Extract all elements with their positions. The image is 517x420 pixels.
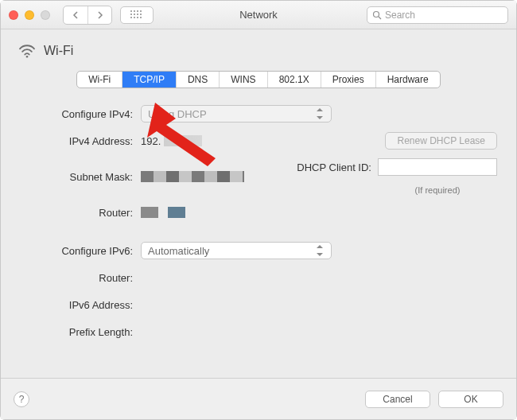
network-preferences-window: Network Wi-Fi Wi-Fi TCP/IP DNS WINS 802.… (0, 0, 517, 420)
router6-label: Router: (20, 272, 141, 284)
configure-ipv4-label: Configure IPv4: (20, 108, 141, 120)
content-area: Wi-Fi Wi-Fi TCP/IP DNS WINS 802.1X Proxi… (1, 29, 516, 378)
grid-icon (130, 10, 143, 20)
ipv6-address-label: IPv6 Address: (20, 299, 141, 311)
chevron-left-icon (72, 11, 79, 19)
window-controls (9, 10, 50, 20)
redacted-value (168, 207, 185, 218)
updown-arrows-icon (317, 108, 325, 119)
configure-ipv6-value: Automatically (148, 245, 209, 257)
search-input[interactable] (385, 10, 504, 21)
chevron-right-icon (97, 11, 103, 19)
configure-ipv4-select[interactable]: Using DHCP (141, 105, 332, 122)
search-icon (372, 10, 382, 20)
dhcp-client-id-label: DHCP Client ID: (297, 161, 371, 173)
close-window-button[interactable] (9, 10, 18, 20)
titlebar: Network (1, 1, 516, 29)
tab-8021x[interactable]: 802.1X (267, 72, 321, 88)
ipv4-address-label: IPv4 Address: (20, 135, 141, 147)
redacted-value (141, 207, 158, 218)
configure-ipv6-label: Configure IPv6: (20, 245, 141, 257)
tcpip-form: Configure IPv4: Using DHCP IPv4 Address:… (1, 104, 516, 341)
dhcp-client-id-input[interactable] (378, 158, 497, 176)
tab-proxies[interactable]: Proxies (321, 72, 375, 88)
redacted-value (164, 135, 202, 146)
subnet-mask-label: Subnet Mask: (20, 171, 141, 183)
show-all-button[interactable] (120, 6, 154, 24)
renew-dhcp-lease-button[interactable]: Renew DHCP Lease (385, 132, 497, 150)
tab-wins[interactable]: WINS (219, 72, 266, 88)
svg-line-1 (379, 17, 381, 19)
tab-tcpip[interactable]: TCP/IP (122, 72, 176, 88)
tab-dns[interactable]: DNS (176, 72, 219, 88)
ok-button[interactable]: OK (438, 391, 503, 408)
updown-arrows-icon (317, 245, 325, 256)
configure-ipv6-select[interactable]: Automatically (141, 242, 332, 259)
svg-point-0 (374, 11, 379, 17)
ipv4-address-prefix: 192. (141, 135, 161, 147)
router-value (141, 207, 185, 219)
subnet-mask-value (141, 171, 244, 183)
search-field-wrapper[interactable] (367, 6, 508, 24)
back-button[interactable] (64, 6, 87, 24)
tab-bar: Wi-Fi TCP/IP DNS WINS 802.1X Proxies Har… (76, 71, 440, 88)
cancel-button[interactable]: Cancel (365, 391, 430, 408)
ipv4-address-value: 192. (141, 135, 202, 147)
svg-point-2 (26, 56, 29, 58)
prefix-length-label: Prefix Length: (20, 326, 141, 338)
redacted-value (141, 171, 244, 182)
configure-ipv4-value: Using DHCP (148, 108, 207, 120)
zoom-window-button[interactable] (41, 10, 50, 20)
nav-history (63, 6, 112, 25)
forward-button[interactable] (87, 6, 111, 24)
router-label: Router: (20, 207, 141, 219)
wifi-icon (18, 44, 36, 58)
dhcp-client-id-hint: (If required) (378, 185, 497, 195)
help-button[interactable]: ? (14, 391, 29, 407)
footer: ? Cancel OK (1, 378, 516, 419)
section-header: Wi-Fi (1, 29, 516, 66)
tab-hardware[interactable]: Hardware (375, 72, 440, 88)
tab-wifi[interactable]: Wi-Fi (77, 72, 122, 88)
minimize-window-button[interactable] (25, 10, 34, 20)
section-title: Wi-Fi (44, 44, 73, 58)
